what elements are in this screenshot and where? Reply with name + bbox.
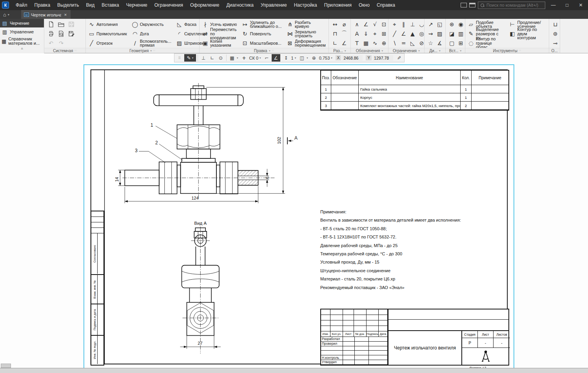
ribbon-tool[interactable]: ⊡ Масштабиров... (241, 38, 283, 48)
print-preview-button[interactable] (56, 29, 66, 38)
constraint-tool-icon[interactable]: ∥ (399, 20, 408, 29)
search-input[interactable] (486, 3, 543, 7)
menu-item[interactable]: Правка (31, 0, 54, 10)
notation-tool-icon[interactable]: ▦ (361, 38, 370, 48)
notation-tool-icon[interactable]: ∠ (361, 20, 370, 29)
menu-item[interactable]: Ограничения (151, 0, 187, 10)
view-dropdown-icon[interactable]: ▾ (307, 56, 308, 60)
notation-tool-icon[interactable]: A (352, 29, 361, 38)
notation-tool-icon[interactable]: ∧ (352, 20, 361, 29)
notation-tool-icon[interactable]: T (352, 38, 361, 48)
constraint-tool-icon[interactable]: ⌖ (390, 20, 399, 29)
undo-button[interactable]: ↶ (46, 38, 56, 48)
ribbon-tool[interactable]: ↦ Удлинить до ближайшего о... (241, 20, 283, 29)
cursor-x-field[interactable]: X 2468.86 (334, 55, 364, 61)
command-search[interactable] (478, 2, 545, 9)
menu-item[interactable]: Настройка (290, 0, 321, 10)
notation-tool-icon[interactable]: ⌖ (370, 29, 379, 38)
diagnostic-tool-icon[interactable]: ☆ (426, 38, 435, 48)
constraint-tool-icon[interactable]: ◺ (408, 38, 417, 48)
group-label-notation[interactable]: Обозначения▾ (351, 48, 388, 53)
tab-close-icon[interactable]: ✕ (63, 12, 68, 18)
menu-item[interactable]: Вид (82, 0, 98, 10)
dimension-tool-icon[interactable]: ∟ (330, 38, 339, 48)
dimension-tool-icon[interactable]: ↔ (330, 20, 339, 29)
notation-tool-icon[interactable]: ⊡ (379, 20, 388, 29)
panel-item-materials[interactable]: ▦ Справочник материалов и... (0, 36, 44, 46)
group-label-insert[interactable]: Вст...▾ (446, 48, 465, 53)
group-label-constraints[interactable]: Ограничения▾ (388, 48, 424, 53)
ribbon-tool[interactable]: ◠ Дуга (131, 29, 172, 38)
ortho-corner-icon[interactable]: ⌐ (263, 54, 271, 62)
constraint-tool-icon[interactable]: ╱ (390, 29, 399, 38)
panel-item-drafting[interactable]: ▤ Черчение (0, 19, 44, 27)
dimension-tool-icon[interactable]: ∠ (340, 38, 349, 48)
ribbon-tool[interactable]: ↻ Повернуть (241, 29, 283, 38)
menu-item[interactable]: Выделить (54, 0, 82, 10)
constraint-tool-icon[interactable]: ∠ (399, 29, 408, 38)
ribbon-tool[interactable]: ⊠ Деформация перемещением (286, 38, 327, 48)
menu-item[interactable]: Приложения (321, 0, 355, 10)
diagnostic-tool-icon[interactable]: ◱ (435, 20, 444, 29)
toolbar-grip-icon[interactable]: ⠿ (176, 54, 183, 62)
insert-tool-icon[interactable]: ◪ (447, 29, 456, 38)
group-label-system[interactable]: Системная∷ (44, 48, 85, 53)
diagnostic-tool-icon[interactable]: ▨ (435, 29, 444, 38)
notation-tool-icon[interactable]: ⊞ (379, 29, 388, 38)
group-label-dimensions[interactable]: Раз...▾ (329, 48, 350, 53)
style-pencil-button[interactable]: ✎▾ (184, 54, 196, 62)
menu-item[interactable]: Оформление (187, 0, 223, 10)
ribbon-tool[interactable]: ∕ Вспомогатель... прямая (131, 38, 172, 48)
print-button[interactable] (46, 29, 56, 38)
hole-tool-icon[interactable]: ⊸ (551, 38, 560, 48)
ribbon-tool[interactable]: ⇄ Переместить по координатам (201, 29, 238, 38)
menu-item[interactable]: Черчение (123, 0, 151, 10)
group-label-diagnostics[interactable]: Ди...▾ (425, 48, 445, 53)
ribbon-tool[interactable]: ◧ Контур по двум контурам (508, 29, 547, 38)
insert-tool-icon[interactable]: ▥ (456, 29, 465, 38)
snap-perpendicular-icon[interactable]: ⊥ (200, 54, 207, 62)
ribbon-tool[interactable]: ▣ Копия указанием (201, 38, 238, 48)
notation-tool-icon[interactable]: ∿ (370, 38, 379, 48)
snap-point-icon[interactable]: ⊙ (217, 54, 225, 62)
menu-item[interactable]: Справка (373, 0, 399, 10)
constraint-tool-icon[interactable]: ∖ (390, 38, 399, 48)
insert-tool-icon[interactable]: ⊛ (447, 20, 456, 29)
ribbon-tool[interactable]: ▭ Прямоугольник (87, 29, 128, 38)
insert-tool-icon[interactable]: ◉ (456, 20, 465, 29)
save-button[interactable] (66, 20, 76, 29)
ribbon-tool[interactable]: ◯ Окружность (131, 20, 172, 29)
diagnostic-tool-icon[interactable]: ↗ (426, 20, 435, 29)
menu-item[interactable]: Диагностика (223, 0, 257, 10)
diagnostic-tool-icon[interactable]: ∡ (435, 38, 444, 48)
close-button[interactable]: ✕ (575, 0, 586, 10)
view-select-icon[interactable]: ◫ (298, 54, 306, 62)
minimize-button[interactable]: — (548, 0, 559, 10)
maximize-button[interactable]: □ (561, 0, 573, 10)
group-label-edit[interactable]: Правка▾∷ (200, 48, 328, 53)
notation-tool-icon[interactable]: √ (370, 20, 379, 29)
constraint-tool-icon[interactable]: ⊥ (408, 20, 417, 29)
grid-dropdown-icon[interactable]: ▾ (237, 56, 238, 60)
ribbon-tool[interactable]: ⋔ Разбить кривую (286, 20, 327, 29)
group-label-geometry[interactable]: Геометрия▾∷ (86, 48, 199, 53)
zoom-select[interactable]: ⊕ 0.753 ▾ (309, 54, 334, 62)
snap-toggle-button[interactable]: ∠ (272, 54, 280, 62)
new-document-button[interactable] (46, 20, 56, 29)
redo-button[interactable]: ↷ (56, 38, 66, 48)
ribbon-tool[interactable]: ⋈ Зеркально отразить (286, 29, 327, 38)
document-tab[interactable]: ▭ Чертеж игольчатог... ✕ (21, 10, 71, 19)
menu-item[interactable]: Файл (12, 0, 31, 10)
group-label-holes[interactable]: О... (549, 48, 560, 53)
notation-tool-icon[interactable]: ⇓ (361, 29, 370, 38)
scale-select[interactable]: ↕ 1 ▾ (281, 54, 298, 62)
snap-angle-icon[interactable]: ∟ (208, 54, 216, 62)
cursor-y-field[interactable]: Y 1297.78 (365, 55, 394, 61)
dimension-tool-icon[interactable]: ⌀ (340, 20, 349, 29)
menu-item[interactable]: Вставка (98, 0, 123, 10)
hole-tool-icon[interactable]: ⊔ (551, 20, 560, 29)
hole-tool-icon[interactable]: ⊚ (551, 29, 560, 38)
notation-tool-icon[interactable]: ⊕ (379, 38, 388, 48)
group-label-tools[interactable]: Инструменты∷ (465, 48, 549, 53)
grid-icon[interactable]: ▦ (228, 54, 236, 62)
